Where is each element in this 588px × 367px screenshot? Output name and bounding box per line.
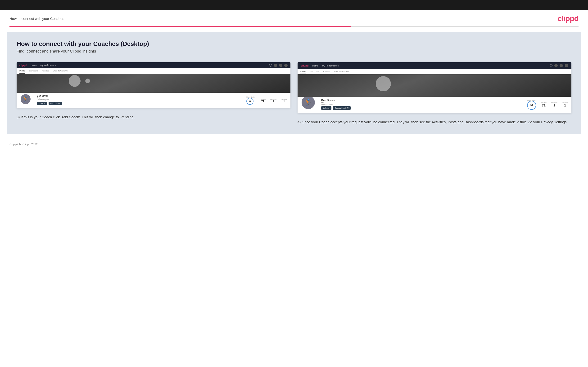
logo: clippd [558, 14, 579, 23]
avatar-right: 🏌 [301, 95, 316, 110]
left-column: clippd Home My Performance Profile Dashb… [17, 62, 290, 125]
page-title: How to connect with your Coaches [9, 17, 64, 21]
activities-value-right: 71 [541, 103, 546, 107]
mock-nav-home-right[interactable]: Home [312, 64, 318, 67]
tab-dashboard-right[interactable]: Dashboard [310, 70, 319, 74]
profile-area-right: 🏌 Dan Davies Pro United Kingdom Unfollow… [298, 97, 571, 113]
mock-logo-right: clippd [301, 64, 308, 67]
quality-label-right: Player Quality [527, 99, 536, 101]
tab-what-to-work-on-right[interactable]: What To Work On [334, 70, 349, 74]
avatar-icon-left[interactable] [284, 64, 288, 67]
followers-value-right: 1 [551, 103, 557, 107]
description-left: 3) If this is your Coach click 'Add Coac… [17, 113, 290, 120]
tab-activities-right[interactable]: Activities [323, 70, 330, 74]
avatar-icon-right[interactable] [565, 64, 568, 67]
tab-dashboard-left[interactable]: Dashboard [29, 70, 38, 74]
nav-icons-left [269, 64, 288, 67]
tab-what-to-work-on-left[interactable]: What To Work On [53, 70, 68, 74]
right-column: clippd Home My Performance Profile Dashb… [298, 62, 571, 125]
avatar-figure-left: 🏌 [23, 96, 29, 102]
mock-tabs-right: Profile Dashboard Activities What To Wor… [298, 69, 571, 74]
profile-icon-left[interactable] [274, 64, 277, 67]
mock-stats-left: Player Quality 97 Activities 71 Follower… [244, 96, 287, 105]
profile-badge-left: Pro [37, 97, 238, 99]
stat-activities-left: Activities 71 [260, 99, 266, 103]
main-content: How to connect with your Coaches (Deskto… [7, 32, 581, 134]
add-coach-button[interactable]: Add Coach + [49, 102, 62, 105]
mock-tabs-left: Profile Dashboard Activities What To Wor… [17, 68, 290, 74]
mock-logo-left: clippd [19, 64, 27, 67]
profile-icon-right[interactable] [554, 64, 558, 67]
description-right: 4) Once your Coach accepts your request … [298, 118, 571, 125]
profile-location-right: United Kingdom [321, 103, 519, 105]
followers-value-left: 1 [270, 100, 277, 103]
header: How to connect with your Coaches clippd [0, 10, 588, 26]
following-value-right: 1 [562, 103, 568, 107]
top-bar [0, 0, 588, 10]
avatar-figure-right: 🏌 [304, 99, 312, 106]
screenshot-left: clippd Home My Performance Profile Dashb… [17, 62, 290, 108]
profile-buttons-right: Unfollow Remove Coach ✕ [321, 106, 519, 110]
profile-location-left: United Kingdom [37, 99, 238, 100]
main-heading: How to connect with your Coaches (Deskto… [17, 40, 571, 48]
stat-activities-right: Activities 71 [541, 102, 546, 107]
main-subheading: Find, connect and share your Clippd insi… [17, 49, 571, 54]
profile-name-right: Dan Davies [321, 99, 519, 101]
mock-nav-right: clippd Home My Performance [298, 62, 571, 69]
profile-area-left: 🏌 Dan Davies Pro United Kingdom Unfollow… [17, 93, 290, 108]
unfollow-button-right[interactable]: Unfollow [321, 106, 331, 110]
profile-info-left: Dan Davies Pro United Kingdom Unfollow A… [37, 95, 238, 105]
quality-circle-right: 97 [527, 101, 536, 110]
footer: Copyright Clippd 2022 [0, 139, 588, 150]
avatar-left: 🏌 [20, 93, 31, 105]
mock-nav-home-left[interactable]: Home [31, 64, 36, 67]
profile-name-left: Dan Davies [37, 95, 238, 97]
stat-quality-right: Player Quality 97 [527, 99, 536, 110]
profile-info-right: Dan Davies Pro United Kingdom Unfollow R… [321, 99, 519, 110]
copyright: Copyright Clippd 2022 [9, 143, 38, 146]
tab-profile-left[interactable]: Profile [19, 70, 25, 74]
quality-label-left: Player Quality [246, 96, 255, 98]
stat-quality-left: Player Quality 97 [246, 96, 255, 105]
remove-coach-button[interactable]: Remove Coach ✕ [333, 106, 351, 110]
settings-icon-right[interactable] [560, 64, 563, 67]
stat-followers-right: Followers 1 [551, 102, 557, 107]
profile-buttons-left: Unfollow Add Coach + [37, 102, 238, 105]
search-icon-left[interactable] [269, 64, 272, 67]
profile-banner-right [298, 74, 571, 97]
screenshot-right: clippd Home My Performance Profile Dashb… [298, 62, 571, 113]
mock-nav-performance-left[interactable]: My Performance [40, 64, 56, 67]
nav-icons-right [550, 64, 568, 67]
quality-circle-left: 97 [246, 98, 253, 105]
tab-activities-left[interactable]: Activities [42, 70, 49, 74]
mock-nav-performance-right[interactable]: My Performance [322, 64, 339, 67]
tab-profile-right[interactable]: Profile [300, 70, 306, 74]
stat-following-right: Following 1 [562, 102, 568, 107]
profile-badge-right: Pro [321, 102, 519, 103]
header-divider [9, 26, 579, 27]
profile-banner-left [17, 74, 290, 93]
mock-nav-left: clippd Home My Performance [17, 62, 290, 68]
stat-following-left: Following 1 [281, 99, 287, 103]
settings-icon-left[interactable] [279, 64, 282, 67]
stat-followers-left: Followers 1 [270, 99, 277, 103]
following-value-left: 1 [281, 100, 287, 103]
activities-value-left: 71 [260, 100, 266, 103]
columns: clippd Home My Performance Profile Dashb… [17, 62, 571, 125]
unfollow-button-left[interactable]: Unfollow [37, 102, 47, 105]
mock-stats-right: Player Quality 97 Activities 71 Follower… [525, 99, 568, 110]
search-icon-right[interactable] [550, 64, 553, 67]
